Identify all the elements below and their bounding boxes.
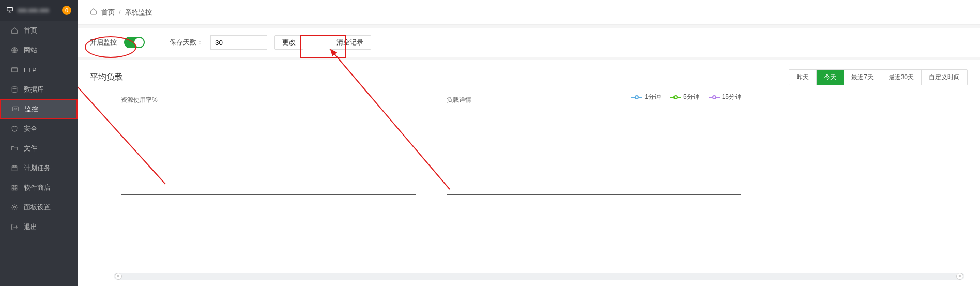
chart-title: 负载详情 [447, 96, 471, 104]
chart-axes [121, 107, 416, 195]
section-header: 平均负载 昨天 今天 最近7天 最近30天 自定义时间 [90, 69, 968, 85]
tab-30days[interactable]: 最近30天 [881, 70, 922, 85]
breadcrumb-current: 系统监控 [125, 8, 152, 17]
sidebar-item-appstore[interactable]: 软件商店 [0, 178, 78, 198]
load-detail-chart: 负载详情 1分钟 5分钟 15分钟 [447, 96, 741, 199]
home-icon [10, 27, 19, 34]
database-icon [10, 86, 19, 93]
gear-icon [10, 204, 19, 211]
sidebar-item-label: 网站 [24, 46, 37, 55]
tab-7days[interactable]: 最近7天 [844, 70, 881, 85]
sidebar-item-settings[interactable]: 面板设置 [0, 198, 78, 217]
legend-item-1min: 1分钟 [631, 93, 661, 101]
svg-rect-2 [12, 68, 18, 72]
sidebar-item-label: FTP [24, 66, 37, 74]
globe-icon [10, 47, 19, 54]
load-section: 平均负载 昨天 今天 最近7天 最近30天 自定义时间 资源使用率% 负载详情 [78, 60, 980, 286]
ftp-icon [10, 66, 19, 73]
toolbar-divider [316, 36, 316, 49]
calendar-icon [10, 164, 19, 172]
home-icon [90, 8, 97, 17]
monitor-icon [11, 106, 20, 113]
breadcrumb-home[interactable]: 首页 [101, 8, 115, 17]
save-button[interactable]: 更改 [274, 35, 303, 50]
legend-marker-icon [670, 95, 681, 99]
sidebar-item-label: 安全 [24, 124, 37, 133]
sidebar-item-monitor[interactable]: 监控 [0, 99, 78, 119]
sidebar-item-home[interactable]: 首页 [0, 21, 78, 40]
sidebar-item-label: 计划任务 [24, 163, 51, 173]
server-icon [6, 6, 13, 15]
folder-icon [10, 145, 19, 152]
legend-item-5min: 5分钟 [670, 93, 699, 101]
notification-badge[interactable]: 0 [62, 6, 71, 15]
svg-point-3 [12, 87, 17, 89]
resource-usage-chart: 资源使用率% [121, 96, 416, 199]
svg-point-10 [13, 206, 16, 208]
logout-icon [10, 223, 19, 231]
enable-monitor-toggle[interactable] [124, 37, 145, 48]
tab-custom[interactable]: 自定义时间 [922, 70, 967, 85]
scroll-handle-right[interactable]: ≡ [956, 273, 963, 280]
keep-days-label: 保存天数： [170, 38, 203, 47]
sidebar-item-database[interactable]: 数据库 [0, 80, 78, 99]
monitor-toolbar: 开启监控 保存天数： 更改 清空记录 [78, 28, 980, 57]
sidebar-item-site[interactable]: 网站 [0, 40, 78, 60]
svg-rect-8 [12, 188, 14, 190]
shield-icon [10, 125, 19, 132]
svg-rect-9 [15, 188, 17, 190]
sidebar-header: xxx.xxx.xxx 0 [0, 0, 78, 21]
svg-rect-5 [12, 166, 17, 171]
keep-days-input[interactable] [210, 35, 267, 50]
breadcrumb-sep: / [119, 8, 121, 16]
sidebar-item-label: 面板设置 [24, 203, 51, 212]
chart-axes [447, 107, 741, 195]
sidebar-item-label: 软件商店 [24, 183, 51, 192]
main-content: 首页 / 系统监控 开启监控 保存天数： 更改 清空记录 平均负载 昨天 今天 … [78, 0, 980, 286]
svg-rect-0 [7, 7, 13, 11]
time-range-tabs: 昨天 今天 最近7天 最近30天 自定义时间 [789, 69, 968, 85]
clear-records-button[interactable]: 清空记录 [329, 35, 371, 50]
enable-monitor-label: 开启监控 [90, 38, 117, 47]
sidebar: xxx.xxx.xxx 0 首页 网站 FTP 数据库 监控 安全 [0, 0, 78, 286]
server-ip: xxx.xxx.xxx [18, 7, 58, 14]
chart-legend: 1分钟 5分钟 15分钟 [631, 93, 741, 101]
sidebar-item-logout[interactable]: 退出 [0, 217, 78, 237]
sidebar-item-label: 数据库 [24, 85, 44, 94]
legend-marker-icon [631, 95, 642, 99]
legend-item-15min: 15分钟 [709, 93, 741, 101]
tab-yesterday[interactable]: 昨天 [789, 70, 817, 85]
charts-row: 资源使用率% 负载详情 1分钟 5分钟 15分钟 [90, 96, 968, 199]
sidebar-item-files[interactable]: 文件 [0, 139, 78, 158]
svg-rect-7 [15, 185, 17, 187]
svg-rect-6 [12, 185, 14, 187]
sidebar-item-ftp[interactable]: FTP [0, 60, 78, 80]
legend-marker-icon [709, 95, 720, 99]
sidebar-item-cron[interactable]: 计划任务 [0, 158, 78, 178]
tab-today[interactable]: 今天 [817, 70, 844, 85]
sidebar-item-label: 退出 [24, 222, 37, 232]
time-scroll-track[interactable]: ≡ ≡ [114, 273, 964, 280]
sidebar-item-label: 首页 [24, 26, 37, 35]
sidebar-item-security[interactable]: 安全 [0, 119, 78, 139]
sidebar-item-label: 监控 [25, 104, 38, 114]
section-title: 平均负载 [90, 72, 123, 83]
apps-icon [10, 184, 19, 191]
breadcrumb: 首页 / 系统监控 [78, 0, 980, 25]
scroll-handle-left[interactable]: ≡ [115, 273, 122, 280]
sidebar-item-label: 文件 [24, 144, 37, 153]
chart-title: 资源使用率% [121, 96, 158, 104]
